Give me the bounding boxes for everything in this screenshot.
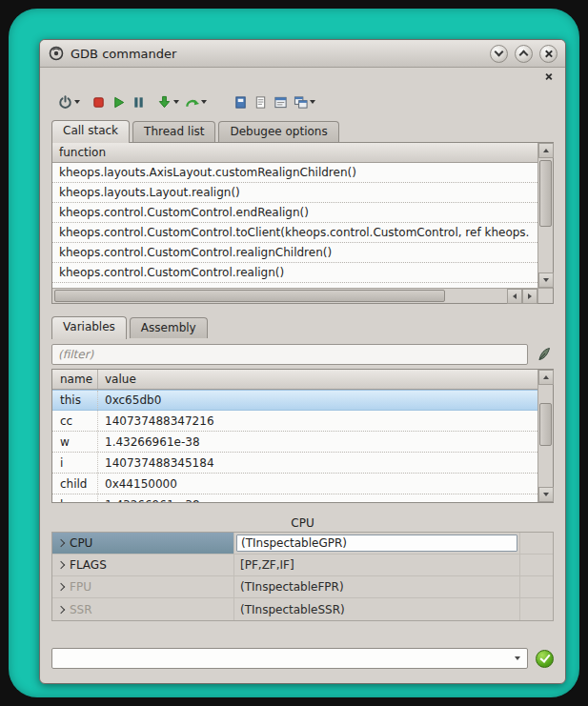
- window-frame: GDB commander: [9, 9, 579, 697]
- app-icon: [48, 45, 65, 62]
- register-value: (TInspectableSSR): [234, 598, 520, 620]
- scroll-track[interactable]: [538, 385, 553, 487]
- command-input[interactable]: [52, 650, 508, 667]
- close-button[interactable]: [539, 45, 558, 63]
- call-stack-hscrollbar[interactable]: [52, 288, 537, 303]
- stop-button[interactable]: [89, 91, 109, 113]
- restore-button[interactable]: [515, 45, 533, 63]
- call-stack-row[interactable]: kheops.layouts.Layout.realign(): [52, 183, 537, 203]
- arrow-right-icon: [528, 293, 532, 299]
- register-category[interactable]: SSR: [52, 598, 234, 620]
- register-category[interactable]: FPU: [52, 576, 234, 597]
- variable-value: 0xc65db0: [98, 393, 161, 407]
- cpu-group: CPU CPU: [51, 514, 554, 627]
- register-value-cell[interactable]: [234, 533, 520, 554]
- confirm-button[interactable]: [536, 650, 554, 668]
- column-value[interactable]: value: [98, 370, 136, 389]
- filter-input[interactable]: [51, 344, 528, 365]
- shade-button[interactable]: [490, 45, 508, 63]
- scroll-up-button[interactable]: [538, 143, 554, 158]
- scroll-down-button[interactable]: [538, 272, 554, 288]
- windows-icon: [294, 95, 308, 110]
- variables-table: name value this 0xc65db0 cc 140737488347…: [52, 370, 537, 502]
- cpu-row-filler: [520, 598, 553, 620]
- call-stack-vscrollbar[interactable]: [537, 143, 553, 288]
- variable-name: i: [52, 453, 98, 473]
- scroll-left-button[interactable]: [507, 289, 522, 304]
- console-button[interactable]: [271, 91, 291, 113]
- check-icon: [539, 652, 550, 663]
- call-stack-row[interactable]: kheops.layouts.AxisLayout.customRealignC…: [52, 163, 537, 183]
- scroll-down-button[interactable]: [538, 487, 554, 502]
- arrow-down-icon: [543, 493, 549, 496]
- command-bar: [51, 647, 554, 670]
- scroll-thumb[interactable]: [539, 403, 552, 446]
- variable-row[interactable]: this 0xc65db0: [52, 390, 537, 411]
- source-doc-button[interactable]: [231, 91, 251, 113]
- tab-debugee-options[interactable]: Debugee options: [218, 121, 338, 142]
- register-category[interactable]: FLAGS: [52, 555, 234, 575]
- arrow-down-icon: [543, 278, 549, 282]
- variable-row[interactable]: b 1.43266961e-38: [52, 494, 537, 502]
- expander-icon[interactable]: [52, 607, 70, 613]
- expander-icon[interactable]: [52, 584, 70, 590]
- variable-row[interactable]: cc 140737488347216: [52, 411, 537, 432]
- power-button[interactable]: [55, 91, 83, 113]
- cpu-row[interactable]: CPU: [52, 533, 553, 555]
- pause-icon: [132, 95, 146, 110]
- column-name[interactable]: name: [52, 370, 98, 389]
- scroll-track[interactable]: [52, 289, 507, 303]
- chevron-right-icon: [57, 561, 65, 569]
- dock-close-button[interactable]: [542, 71, 554, 82]
- variable-row[interactable]: child 0x44150000: [52, 474, 537, 494]
- variables-vscrollbar[interactable]: [537, 370, 553, 502]
- step-over-button[interactable]: [182, 91, 210, 113]
- scroll-right-button[interactable]: [522, 289, 537, 304]
- call-stack-row[interactable]: kheops.control.CustomControl.endRealign(…: [52, 203, 537, 223]
- chevron-down-icon: [495, 48, 504, 57]
- step-into-button[interactable]: [154, 91, 182, 113]
- tab-variables[interactable]: Variables: [51, 316, 127, 339]
- variables-header[interactable]: name value: [52, 370, 537, 390]
- chevron-right-icon: [57, 583, 65, 591]
- register-name: FLAGS: [70, 558, 107, 572]
- titlebar[interactable]: GDB commander: [40, 40, 565, 68]
- call-stack-row[interactable]: kheops.control.CustomControl.toClient(kh…: [52, 223, 537, 243]
- chevron-up-icon: [519, 50, 529, 60]
- expander-icon[interactable]: [52, 540, 70, 546]
- register-category[interactable]: CPU: [52, 533, 234, 554]
- scroll-thumb[interactable]: [539, 160, 552, 227]
- variable-value: 1.43266961e-38: [98, 435, 200, 449]
- step-into-icon: [157, 95, 172, 110]
- windows-button[interactable]: [291, 91, 318, 113]
- expander-icon[interactable]: [52, 562, 70, 568]
- call-stack-row[interactable]: kheops.control.CustomControl.realignChil…: [52, 243, 537, 263]
- cpu-group-title: CPU: [51, 514, 554, 532]
- scroll-up-button[interactable]: [538, 370, 554, 385]
- cpu-row[interactable]: SSR (TInspectableSSR): [52, 598, 553, 620]
- combo-dropdown-button[interactable]: [508, 656, 527, 660]
- register-name: SSR: [70, 603, 92, 616]
- list-doc-button[interactable]: [251, 91, 271, 113]
- register-value: [PF,ZF,IF]: [234, 555, 520, 575]
- call-stack-row[interactable]: kheops.control.CustomControl.realign(): [52, 263, 537, 283]
- run-button[interactable]: [109, 91, 129, 113]
- variable-value: 0x44150000: [98, 477, 177, 491]
- scroll-track[interactable]: [538, 158, 553, 272]
- tab-call-stack[interactable]: Call stack: [51, 120, 130, 143]
- cpu-row[interactable]: FLAGS [PF,ZF,IF]: [52, 555, 553, 576]
- scroll-thumb[interactable]: [54, 290, 445, 302]
- cpu-row[interactable]: FPU (TInspectableFPR): [52, 576, 553, 598]
- variable-row[interactable]: i 140737488345184: [52, 453, 537, 474]
- command-combobox[interactable]: [51, 648, 528, 669]
- pause-button[interactable]: [129, 91, 149, 113]
- column-function[interactable]: function: [52, 143, 106, 162]
- register-value-editor[interactable]: [236, 535, 517, 552]
- call-stack-header[interactable]: function: [52, 143, 537, 163]
- filter-icon[interactable]: [535, 345, 554, 364]
- gdb-commander-window: GDB commander: [39, 39, 566, 684]
- tab-assembly[interactable]: Assembly: [130, 317, 208, 338]
- cpu-row-filler: [520, 555, 553, 575]
- variable-row[interactable]: w 1.43266961e-38: [52, 432, 537, 453]
- tab-thread-list[interactable]: Thread list: [132, 121, 215, 142]
